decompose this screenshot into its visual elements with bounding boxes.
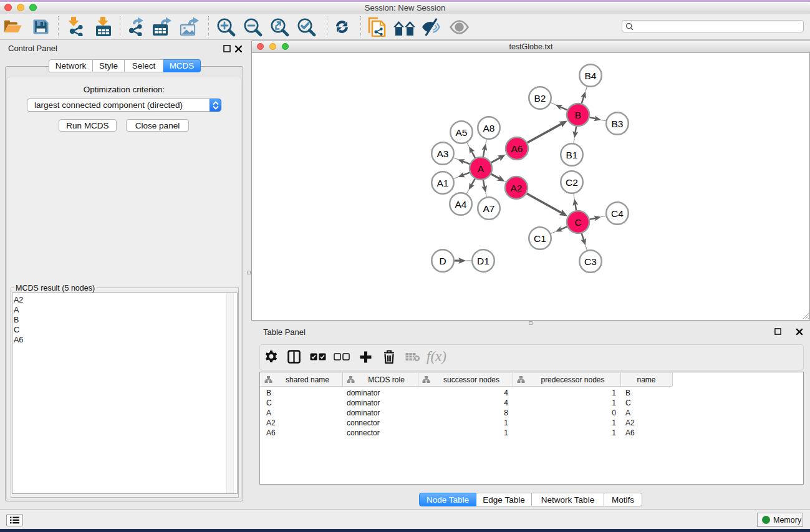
svg-text:A4: A4: [455, 199, 467, 210]
svg-text:C: C: [574, 217, 581, 228]
svg-text:B2: B2: [534, 93, 546, 104]
svg-text:C3: C3: [584, 256, 597, 267]
svg-text:B1: B1: [566, 150, 578, 160]
svg-text:D: D: [439, 256, 446, 266]
svg-text:A1: A1: [437, 178, 449, 188]
svg-text:A: A: [478, 163, 485, 174]
svg-text:D1: D1: [477, 256, 489, 266]
svg-text:C1: C1: [534, 233, 546, 244]
svg-text:B4: B4: [585, 70, 597, 81]
svg-text:A6: A6: [511, 143, 523, 154]
svg-text:B: B: [575, 110, 581, 120]
svg-text:C2: C2: [566, 177, 578, 188]
svg-text:A5: A5: [456, 127, 468, 138]
svg-text:A2: A2: [511, 183, 523, 193]
svg-text:B3: B3: [612, 118, 624, 129]
svg-text:C4: C4: [611, 208, 624, 219]
svg-text:A3: A3: [437, 148, 449, 159]
svg-text:A8: A8: [483, 123, 495, 133]
svg-text:A7: A7: [483, 203, 495, 214]
